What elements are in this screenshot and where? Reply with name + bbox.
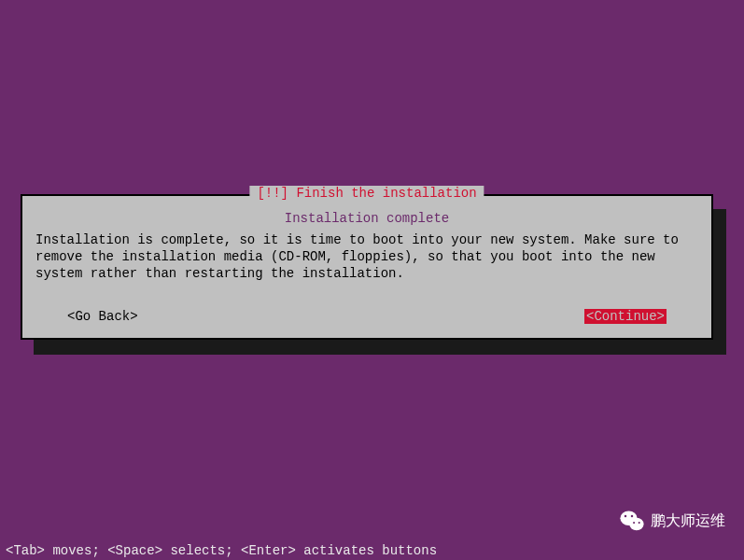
- wechat-watermark: 鹏大师运维: [619, 508, 725, 534]
- wechat-icon: [619, 508, 645, 534]
- svg-point-5: [639, 522, 640, 524]
- dialog-body-text: Installation is complete, so it is time …: [22, 231, 711, 283]
- svg-point-4: [633, 522, 635, 524]
- svg-point-1: [629, 518, 643, 530]
- continue-button[interactable]: <Continue>: [584, 309, 667, 324]
- svg-point-2: [625, 515, 627, 518]
- dialog-title: [!!] Finish the installation: [249, 186, 484, 201]
- installation-dialog: [!!] Finish the installation Installatio…: [21, 194, 713, 340]
- svg-point-3: [631, 515, 634, 518]
- watermark-text: 鹏大师运维: [651, 511, 725, 531]
- go-back-button[interactable]: <Go Back>: [67, 309, 138, 324]
- footer-help-bar: <Tab> moves; <Space> selects; <Enter> ac…: [0, 539, 744, 560]
- dialog-button-row: <Go Back> <Continue>: [22, 309, 711, 324]
- footer-help-text: <Tab> moves; <Space> selects; <Enter> ac…: [6, 543, 437, 558]
- dialog-subtitle: Installation complete: [22, 211, 711, 226]
